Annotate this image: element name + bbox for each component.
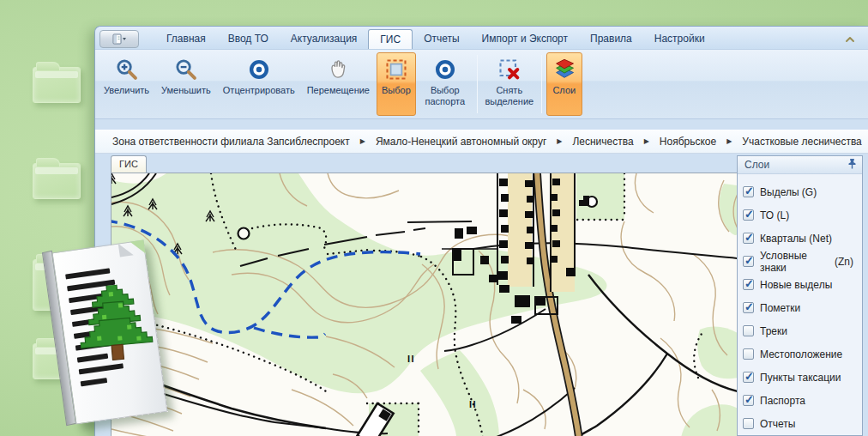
map-annotation: II (407, 354, 415, 364)
ribbon-button-pan[interactable]: Перемещение (302, 52, 375, 116)
breadcrumb-item[interactable]: Ямало-Ненецкий автономный округ (376, 136, 546, 148)
layer-row-otchety-layer: Отчеты (743, 412, 857, 435)
checkbox-unchecked-icon[interactable] (743, 348, 754, 360)
map-canvas[interactable]: II II (111, 173, 737, 436)
layer-label: ТО (L) (760, 209, 789, 221)
ribbon-button-select-passport[interactable]: Выбор паспорта (418, 52, 473, 116)
ribbon-button-layers[interactable]: Слои (546, 52, 582, 116)
ribbon-button-label: Выбор паспорта (423, 85, 467, 107)
well-symbol (238, 228, 250, 239)
checkbox-unchecked-icon[interactable] (743, 418, 754, 429)
group-separator (477, 55, 478, 113)
layer-label: Треки (760, 325, 787, 337)
checkbox-checked-icon[interactable] (743, 233, 754, 244)
checkbox-checked-icon[interactable] (743, 209, 754, 221)
layer-row-treki: Треки (743, 319, 857, 342)
map-annotation: II (469, 399, 477, 409)
folder-icon[interactable] (33, 67, 81, 103)
layer-label: Пункты таксации (760, 372, 841, 384)
layer-label: Выделы (G) (760, 186, 817, 198)
layers-icon (552, 57, 577, 82)
arrow-right-icon: ▶ (726, 137, 732, 145)
checkbox-checked-icon[interactable] (743, 372, 754, 383)
clear-selection-icon (497, 57, 522, 82)
layer-label: Пометки (760, 302, 800, 314)
layer-row-kvartaly: Кварталы (Net) (743, 227, 857, 250)
zoom-out-icon (173, 57, 199, 82)
tab-vvod-to[interactable]: Ввод ТО (217, 29, 280, 49)
ribbon-button-zoom-in[interactable]: Увеличить (99, 52, 154, 116)
ribbon-button-zoom-out[interactable]: Уменьшить (156, 52, 216, 116)
layer-label: Отчеты (760, 418, 795, 430)
layer-row-vydely: Выделы (G) (743, 180, 857, 203)
layer-row-pasporta: Паспорта (743, 389, 857, 412)
app-window: ГлавнаяВвод ТОАктуализацияГИСОтчетыИмпор… (94, 26, 868, 436)
layers-panel: Слои Выделы (G)ТО (L)Кварталы (Net)Услов… (737, 155, 863, 436)
chevron-up-icon[interactable] (844, 33, 856, 43)
app-menu-icon (112, 33, 126, 45)
breadcrumb-item[interactable]: Зона ответственности филиала Запсиблеспр… (112, 136, 350, 148)
layer-label: Местоположение (760, 348, 842, 360)
tab-gis[interactable]: ГИС (368, 29, 413, 49)
breadcrumb-item[interactable]: Участковые лесничества (742, 136, 861, 148)
document-tab-gis[interactable]: ГИС (111, 155, 147, 173)
layer-row-punkty-taksacii: Пункты таксации (743, 366, 857, 389)
layer-label: Паспорта (760, 395, 805, 407)
ribbon-button-label: Снять выделение (485, 85, 533, 107)
ribbon-button-label: Слои (552, 85, 576, 96)
ribbon-button-select[interactable]: Выбор (377, 52, 416, 116)
tab-glavnaya[interactable]: Главная (155, 29, 217, 49)
layer-row-uslovnye-znaki: Условные знаки(Zn) (743, 250, 857, 273)
pixel-tree-icon (75, 282, 156, 370)
checkbox-checked-icon[interactable] (743, 279, 754, 290)
checkbox-checked-icon[interactable] (743, 302, 754, 313)
layer-label: Условные знаки (760, 250, 835, 274)
ribbon-button-label: Увеличить (104, 85, 149, 96)
ribbon-tabs: ГлавнаяВвод ТОАктуализацияГИСОтчетыИмпор… (155, 29, 716, 49)
topographic-map: II II (112, 173, 737, 436)
ribbon-button-center[interactable]: Отцентрировать (218, 52, 300, 116)
ribbon-button-clear-selection[interactable]: Снять выделение (482, 52, 537, 116)
layer-label: Новые выделы (760, 279, 832, 291)
checkbox-unchecked-icon[interactable] (743, 325, 754, 336)
forestry-document-icon[interactable] (46, 235, 175, 434)
arrow-right-icon: ▶ (557, 137, 562, 145)
ribbon-button-label: Выбор (382, 85, 411, 96)
arrow-right-icon: ▶ (644, 137, 649, 145)
pin-icon[interactable] (847, 158, 857, 172)
layer-row-mestopolozhenie: Местоположение (743, 342, 857, 366)
layer-row-novye-vydely: Новые выделы (743, 273, 857, 296)
center-target-icon (246, 57, 272, 82)
layer-row-pometki: Пометки (743, 296, 857, 319)
select-passport-icon (432, 57, 458, 82)
checkbox-checked-icon[interactable] (743, 186, 754, 197)
layer-row-to: ТО (L) (743, 203, 857, 227)
tab-pravila[interactable]: Правила (579, 29, 643, 49)
tab-aktualizaciya[interactable]: Актуализация (280, 29, 369, 49)
pan-hand-icon (325, 57, 351, 82)
ribbon-button-label: Отцентрировать (223, 85, 295, 96)
breadcrumb-item[interactable]: Ноябрьское (660, 136, 716, 148)
layers-list: Выделы (G)ТО (L)Кварталы (Net)Условные з… (738, 174, 862, 436)
folder-icon[interactable] (33, 163, 81, 199)
group-separator (541, 55, 542, 113)
layers-panel-title: Слои (744, 159, 769, 171)
app-menu-button[interactable] (99, 30, 139, 48)
ribbon-button-label: Перемещение (307, 85, 370, 96)
layer-label: Кварталы (Net) (760, 233, 832, 245)
layer-label-suffix: (Zn) (835, 256, 857, 268)
layers-panel-header: Слои (738, 156, 862, 174)
tab-otchety[interactable]: Отчеты (413, 29, 470, 49)
breadcrumb: Зона ответственности филиала Запсиблеспр… (95, 130, 868, 154)
tab-import-export[interactable]: Импорт и Экспорт (471, 29, 579, 49)
ribbon-tab-strip: ГлавнаяВвод ТОАктуализацияГИСОтчетыИмпор… (95, 27, 868, 50)
breadcrumb-item[interactable]: Лесничества (572, 136, 633, 148)
zoom-in-icon (114, 57, 140, 82)
content-area: ГИС (95, 154, 868, 436)
select-area-icon (383, 57, 409, 82)
ribbon-toolbar: УвеличитьУменьшитьОтцентрироватьПеремеще… (95, 50, 868, 119)
tab-nastroyki[interactable]: Настройки (643, 29, 716, 49)
checkbox-checked-icon[interactable] (743, 395, 754, 406)
checkbox-checked-icon[interactable] (743, 256, 754, 267)
arrow-right-icon: ▶ (360, 137, 365, 145)
